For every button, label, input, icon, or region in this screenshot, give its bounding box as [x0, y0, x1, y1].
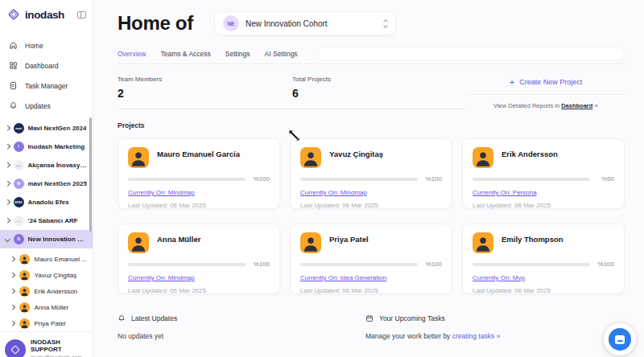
- chevron-right-icon: [10, 321, 14, 326]
- double-chevron-icon: »: [594, 102, 597, 109]
- dashboard-link[interactable]: Dashboard: [561, 102, 592, 109]
- nav-item-home[interactable]: Home: [0, 35, 93, 55]
- member-avatar: [19, 270, 30, 281]
- workspace-item[interactable]: EFES Anadolu Efes: [0, 193, 93, 211]
- sidebar-collapse-icon[interactable]: [77, 11, 86, 18]
- nav-item-task-manager[interactable]: Task Manager: [0, 76, 93, 96]
- currently-on-link[interactable]: Currently On: Mindmap: [128, 189, 195, 196]
- member-item[interactable]: Mauro Emanuel ...: [0, 251, 93, 267]
- project-member-name: Priya Patel: [329, 235, 369, 244]
- creating-tasks-link[interactable]: creating tasks: [452, 332, 494, 340]
- member-item[interactable]: Erik Andersson: [0, 283, 93, 299]
- page-header: Home of NE New Innovation Cohort: [118, 8, 625, 39]
- project-card[interactable]: Emily Thompson %100 Currently On: Mvp La…: [462, 224, 625, 294]
- tab-settings[interactable]: Settings: [225, 50, 250, 58]
- progress-bar: [300, 178, 418, 181]
- project-member-name: Yavuz Çingitaş: [329, 150, 383, 158]
- view-reports-line: View Detailed Reports in Dashboard »: [467, 94, 625, 109]
- tab-ai-settings[interactable]: AI Settings: [265, 50, 298, 58]
- chevron-right-icon: [10, 289, 14, 293]
- nav-item-updates[interactable]: Updates: [0, 96, 93, 116]
- progress-label: %100: [252, 261, 270, 268]
- last-updated: Last Updated: 06 Mar 2025: [300, 202, 442, 209]
- stats-actions: + Create New Project View Detailed Repor…: [467, 71, 625, 109]
- currently-on-link[interactable]: Currently On: Idea Generation: [300, 274, 386, 281]
- home-icon: [9, 41, 18, 50]
- member-avatar: [300, 232, 321, 253]
- stat-team-members: Team Members 2: [118, 71, 292, 109]
- project-member-name: Erik Andersson: [502, 150, 558, 158]
- chat-launcher-button[interactable]: [604, 323, 636, 355]
- progress-bar: [300, 263, 418, 266]
- workspace-item[interactable]: — Akçansa İnovasyo...: [0, 156, 93, 174]
- project-card[interactable]: Anna Müller %100 Currently On: Mindmap L…: [118, 224, 280, 294]
- tabbar-spacer: [317, 47, 625, 61]
- workspace-item[interactable]: M mavi NextGen 2025: [0, 174, 93, 193]
- tab-overview[interactable]: Overview: [118, 50, 146, 58]
- progress-label: %50: [597, 175, 614, 183]
- sidebar-scrollbar-thumb[interactable]: [89, 117, 92, 232]
- last-updated: Last Updated: 06 Mar 2025: [473, 202, 614, 209]
- workspace-list: mavi Mavi NextGen 2024 I Inodash Marketi…: [0, 117, 93, 248]
- member-avatar: [473, 147, 493, 168]
- nav-label: Home: [25, 42, 43, 50]
- chevron-right-icon: [5, 144, 10, 149]
- support-avatar: [5, 339, 26, 357]
- workspace-logo: mavi: [14, 123, 24, 133]
- project-card[interactable]: Mauro Emanuel García %100 Currently On: …: [118, 138, 280, 209]
- upcoming-tasks-section: Your Upcoming Tasks Manage your work bet…: [365, 314, 501, 340]
- latest-updates-section: Latest Updates No updates yet: [118, 314, 365, 340]
- chevron-right-icon: [10, 273, 14, 277]
- main-content: Home of NE New Innovation Cohort Overvie…: [93, 0, 644, 357]
- create-new-project-button[interactable]: + Create New Project: [467, 72, 625, 94]
- bell-icon: [118, 314, 126, 322]
- last-updated: Last Updated: 06 Mar 2025: [128, 287, 270, 294]
- nav-label: Dashboard: [25, 62, 59, 70]
- chat-bubble-icon: [609, 328, 631, 351]
- chevron-down-icon: [5, 236, 10, 241]
- projects-section-label: Projects: [118, 121, 625, 129]
- progress-label: %100: [424, 175, 442, 183]
- chevron-right-icon: [10, 305, 14, 310]
- double-chevron-icon: »: [497, 332, 501, 340]
- nav-item-dashboard[interactable]: Dashboard: [0, 55, 93, 76]
- cohort-select[interactable]: NE New Innovation Cohort: [214, 11, 396, 35]
- project-member-name: Emily Thompson: [502, 235, 564, 244]
- member-avatar: [19, 318, 30, 329]
- inodash-logo-icon: [6, 7, 21, 22]
- calendar-icon: [365, 314, 374, 322]
- nav-label: Updates: [25, 102, 51, 110]
- page-title: Home of: [118, 12, 193, 35]
- member-item[interactable]: Yavuz Çingitaş: [0, 267, 93, 283]
- project-card[interactable]: Priya Patel %100 Currently On: Idea Gene…: [290, 224, 452, 294]
- member-list: Mauro Emanuel ... Yavuz Çingitaş Erik An…: [0, 248, 93, 331]
- project-card[interactable]: Yavuz Çingitaş %100 Currently On: Mindma…: [290, 138, 452, 209]
- currently-on-link[interactable]: Currently On: Persona: [473, 189, 537, 196]
- workspace-item[interactable]: mavi Mavi NextGen 2024: [0, 119, 93, 137]
- nav-label: Task Manager: [25, 82, 68, 90]
- last-updated: Last Updated: 06 Mar 2025: [300, 287, 442, 294]
- progress-bar: [473, 178, 590, 181]
- sidebar: inodash Home Dashboard Task Manager Upda…: [0, 0, 93, 357]
- support-block[interactable]: INODASH SUPPORT mutlu@inodash.com: [0, 331, 93, 357]
- workspace-item-selected[interactable]: N New Innovation C...: [0, 230, 93, 248]
- chevron-right-icon: [5, 199, 10, 204]
- bell-icon: [9, 101, 18, 110]
- project-card[interactable]: Erik Andersson %50 Currently On: Persona…: [462, 138, 625, 209]
- currently-on-link[interactable]: Currently On: Mindmap: [300, 189, 367, 196]
- member-item[interactable]: Anna Müller: [0, 299, 93, 315]
- currently-on-link[interactable]: Currently On: Mindmap: [128, 274, 195, 281]
- upcoming-tasks-title: Your Upcoming Tasks: [379, 314, 445, 322]
- workspace-item[interactable]: I Inodash Marketing: [0, 137, 93, 156]
- member-item[interactable]: Priya Patel: [0, 315, 93, 331]
- chevron-right-icon: [5, 218, 10, 223]
- workspace-item[interactable]: → '24 Sabancı ARF: [0, 211, 93, 230]
- plus-icon: +: [510, 77, 514, 87]
- unfold-icon: [384, 20, 387, 27]
- currently-on-link[interactable]: Currently On: Mvp: [473, 274, 525, 281]
- tab-teams-access[interactable]: Teams & Access: [160, 50, 210, 58]
- tasks-prefix: Manage your work better by: [365, 332, 450, 340]
- progress-bar: [128, 178, 246, 181]
- project-member-name: Mauro Emanuel García: [157, 150, 240, 158]
- member-avatar: [19, 302, 30, 313]
